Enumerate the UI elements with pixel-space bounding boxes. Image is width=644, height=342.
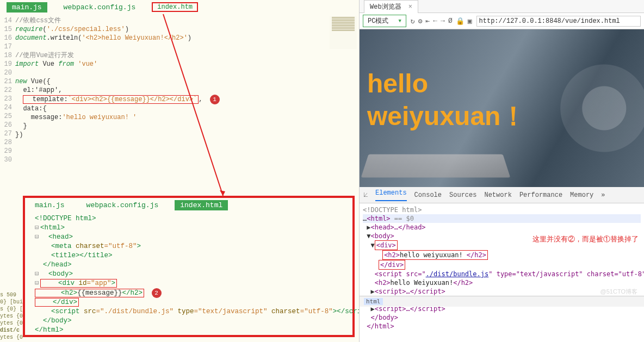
address-bar[interactable]: http://127.0.0.1:8848/vue/index.html [476, 16, 641, 27]
inset-tab-main[interactable]: main.js [29, 200, 70, 210]
chevron-down-icon: ▼ [398, 18, 401, 24]
code-editor[interactable]: 14151617 18192021 22232425 2627282930 //… [0, 14, 359, 164]
svg-marker-1 [220, 190, 225, 196]
box-icon[interactable]: ▣ [468, 17, 472, 26]
stop-icon[interactable]: Ø [448, 17, 453, 26]
devtools-breadcrumb[interactable]: html [360, 296, 644, 307]
page-preview: hello weiyuxuan！ [360, 29, 644, 187]
badge-2: 2 [152, 288, 162, 298]
minimap[interactable] [330, 16, 357, 49]
export-icon[interactable]: ⇤ [425, 17, 430, 26]
dt-more-icon[interactable]: » [601, 191, 605, 199]
dt-tab-sources[interactable]: Sources [449, 191, 476, 199]
build-output-peek: s 5090} [buis {0} [ ytes {0ytes {0dist/c… [0, 291, 23, 341]
inset-editor: main.js webpack.config.js index.html <!D… [23, 196, 355, 337]
lock-icon[interactable]: 🔒 [456, 17, 465, 26]
browser-toolbar: PC模式▼ ↻ ⚙ ⇤ ← → Ø 🔒 ▣ http://127.0.0.1:8… [360, 13, 644, 29]
back-icon[interactable]: ← [433, 17, 437, 26]
tab-webpack[interactable]: webpack.config.js [58, 2, 141, 13]
inset-code[interactable]: <!DOCTYPE html> ⊟<html> ⊟ <head> <meta c… [25, 212, 352, 337]
preview-heading: hello weiyuxuan！ [367, 67, 527, 133]
tab-main-js[interactable]: main.js [7, 2, 47, 13]
devtools-elements[interactable]: <!DOCTYPE html> …<html> == $0 ▶<head>…</… [360, 203, 644, 307]
dt-tab-performance[interactable]: Performance [519, 191, 562, 199]
forward-icon[interactable]: → [441, 17, 445, 26]
annotation-note: 这里并没有②，而是被①替换掉了 [532, 235, 639, 244]
refresh-icon[interactable]: ↻ [411, 17, 415, 26]
dt-tab-console[interactable]: Console [414, 191, 442, 199]
editor-tabs-outer: main.js webpack.config.js index.htm [0, 0, 359, 14]
dt-tab-elements[interactable]: Elements [375, 189, 407, 201]
browser-tabs: Web浏览器 × [360, 0, 644, 13]
tab-index-htm[interactable]: index.htm [152, 2, 198, 12]
browser-tab[interactable]: Web浏览器 × [364, 0, 418, 13]
code-content: //依赖css文件 require('./css/special.less') … [15, 16, 359, 164]
mode-select[interactable]: PC模式▼ [363, 15, 406, 27]
devtools-tabs: ⟀ Elements Console Sources Network Perfo… [360, 187, 644, 203]
watermark: @51CTO博客 [600, 287, 637, 296]
gear-icon[interactable]: ⚙ [418, 17, 423, 26]
dt-tab-network[interactable]: Network [484, 191, 511, 199]
close-icon[interactable]: × [408, 3, 412, 11]
inspect-icon[interactable]: ⟀ [364, 191, 368, 199]
badge-1: 1 [210, 95, 220, 104]
line-gutter: 14151617 18192021 22232425 2627282930 [0, 16, 15, 164]
dt-tab-memory[interactable]: Memory [570, 191, 593, 199]
inset-tab-webpack[interactable]: webpack.config.js [81, 200, 164, 210]
inset-tab-index[interactable]: index.html [175, 200, 228, 210]
